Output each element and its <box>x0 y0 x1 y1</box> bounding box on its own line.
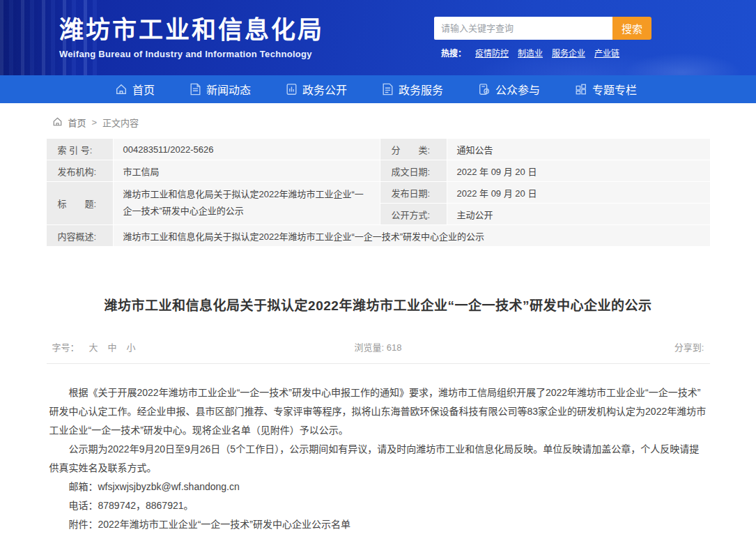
nav-item-label: 新闻动态 <box>206 81 251 98</box>
nav-item-participation[interactable]: 公众参与 <box>478 81 540 98</box>
main-nav: 首页 新闻动态 政务公开 政务服务 公 <box>0 75 756 103</box>
article-email-line: 邮箱：wfsjxwjsjbyzbk@wf.shandong.cn <box>49 478 707 496</box>
font-size-control: 字号： 大 中 小 <box>52 340 268 353</box>
publisher-value: 市工信局 <box>114 160 380 181</box>
nav-item-gov-service[interactable]: 政务服务 <box>382 81 443 98</box>
publish-date-value: 2022 年 09 月 20 日 <box>447 182 710 203</box>
grid-icon <box>575 83 587 96</box>
doc-title-label: 标 题: <box>47 182 113 224</box>
breadcrumb: 首页 > 正文内容 <box>47 116 710 129</box>
article-phone-line: 电话：8789742，8867921。 <box>49 496 707 515</box>
summary-label: 内容概述: <box>47 225 113 246</box>
article-body: 根据《关于开展2022年潍坊市工业企业“一企一技术”研发中心申报工作的通知》要求… <box>47 383 710 534</box>
open-mode-value: 主动公开 <box>447 204 710 224</box>
breadcrumb-home-icon <box>52 116 63 129</box>
search-input[interactable] <box>434 17 612 40</box>
nav-item-label: 首页 <box>132 81 155 98</box>
publisher-label: 发布机构: <box>47 160 113 181</box>
site-subtitle: Weifang Bureau of Industry and Informati… <box>59 49 324 59</box>
view-count: 浏览量: 618 <box>267 340 488 353</box>
hot-search-row: 热搜： 疫情防控 制造业 服务企业 产业链 <box>434 47 651 59</box>
summary-value: 潍坊市工业和信息化局关于拟认定2022年潍坊市工业企业“一企一技术”研发中心企业… <box>114 225 710 246</box>
nav-item-label: 政务服务 <box>399 81 443 98</box>
home-icon <box>115 83 128 96</box>
hot-search-link-epidemic[interactable]: 疫情防控 <box>475 47 509 59</box>
hot-search-link-manufacturing[interactable]: 制造业 <box>518 47 543 59</box>
nav-item-label: 政务公开 <box>302 81 347 98</box>
nav-item-label: 公众参与 <box>495 81 540 98</box>
breadcrumb-separator: > <box>92 117 98 128</box>
nav-item-label: 专题专栏 <box>592 81 637 98</box>
hot-search-link-chain[interactable]: 产业链 <box>594 47 619 59</box>
article-paragraph-basis: 根据《关于开展2022年潍坊市工业企业“一企一技术”研发中心申报工作的通知》要求… <box>49 383 707 440</box>
font-size-label: 字号： <box>52 340 79 353</box>
hot-search-label: 热搜： <box>441 47 466 59</box>
search-bar: 搜索 <box>434 17 651 40</box>
content-container: 首页 > 正文内容 索 引 号: 004283511/2022-5626 分 类… <box>47 116 710 541</box>
article-paragraph-period: 公示期为2022年9月20日至9月26日（5个工作日），公示期间如有异议，请及时… <box>49 440 707 478</box>
attachment-link[interactable]: 附件：2022年潍坊市工业企业“一企一技术”研发中心企业公示名单 <box>49 515 707 534</box>
search-button[interactable]: 搜索 <box>612 17 651 40</box>
font-size-small[interactable]: 小 <box>127 340 136 353</box>
site-brand: 潍坊市工业和信息化局 Weifang Bureau of Industry an… <box>59 16 324 59</box>
share-label: 分享到: <box>489 340 704 353</box>
hot-search-link-service[interactable]: 服务企业 <box>552 47 585 59</box>
service-doc-icon <box>382 83 394 96</box>
nav-item-news[interactable]: 新闻动态 <box>190 81 251 98</box>
font-size-large[interactable]: 大 <box>89 340 98 353</box>
view-count-value: 618 <box>387 342 402 353</box>
breadcrumb-home-link[interactable]: 首页 <box>68 116 86 129</box>
category-value: 通知公告 <box>447 139 710 160</box>
index-number-label: 索 引 号: <box>47 139 113 160</box>
written-date-value: 2022 年 09 月 20 日 <box>447 160 710 181</box>
written-date-label: 成文日期: <box>380 160 447 181</box>
site-header: 潍坊市工业和信息化局 Weifang Bureau of Industry an… <box>0 0 756 75</box>
font-size-medium[interactable]: 中 <box>108 340 117 353</box>
article-title: 潍坊市工业和信息化局关于拟认定2022年潍坊市工业企业“一企一技术”研发中心企业… <box>47 295 710 314</box>
site-title: 潍坊市工业和信息化局 <box>59 16 324 44</box>
article-meta-row: 字号： 大 中 小 浏览量: 618 分享到: <box>47 340 710 364</box>
nav-item-gov-info[interactable]: 政务公开 <box>286 81 347 98</box>
doc-title-value: 潍坊市工业和信息化局关于拟认定2022年潍坊市工业企业“一企一技术”研发中心企业… <box>114 182 380 224</box>
document-info-table: 索 引 号: 004283511/2022-5626 分 类: 通知公告 发布机… <box>47 139 710 246</box>
news-doc-icon <box>190 83 201 96</box>
nav-item-topics[interactable]: 专题专栏 <box>575 81 637 98</box>
index-number-value: 004283511/2022-5626 <box>114 139 380 160</box>
phone-chat-icon <box>478 83 491 96</box>
open-mode-label: 公开方式: <box>380 204 447 224</box>
category-label: 分 类: <box>380 139 447 160</box>
chart-doc-icon <box>286 83 298 96</box>
view-count-label: 浏览量: <box>355 342 385 353</box>
header-search-area: 搜索 热搜： 疫情防控 制造业 服务企业 产业链 <box>434 17 651 59</box>
nav-item-home[interactable]: 首页 <box>115 81 155 98</box>
breadcrumb-current: 正文内容 <box>102 116 139 129</box>
publish-date-label: 发布日期: <box>380 182 447 203</box>
